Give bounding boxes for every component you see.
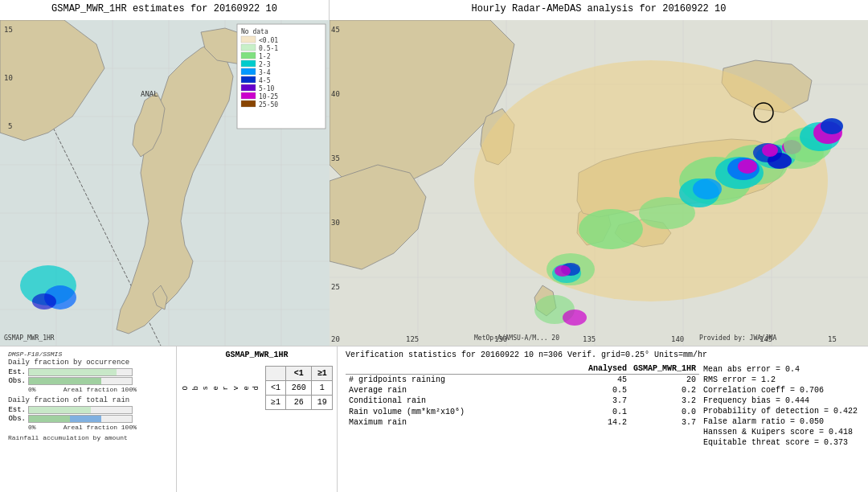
stats-val1-2: 3.7 [582, 396, 630, 406]
stats-val2-4: 3.7 [630, 417, 699, 428]
axis-left-1: 0% [28, 386, 36, 393]
svg-rect-37 [241, 68, 256, 75]
stats-row-2: Conditional rain 3.7 3.2 [346, 396, 699, 406]
cell-11: 260 [286, 381, 312, 396]
row2-label: ≥1 [265, 396, 286, 410]
stats-row-1: Average rain 0.5 0.2 [346, 385, 699, 396]
obs-track-1 [28, 377, 133, 385]
svg-text:10: 10 [4, 74, 13, 82]
table-row-2: ≥1 26 19 [265, 396, 332, 410]
svg-point-21 [32, 293, 56, 310]
svg-text:25: 25 [331, 283, 340, 291]
stat-6: Hanssen & Kuipers score = 0.418 [703, 428, 860, 437]
svg-text:25-50: 25-50 [259, 101, 278, 109]
left-map-panel: GSMAP_MWR_1HR estimates for 20160922 10 [0, 0, 330, 346]
stat-4: Probability of detection = 0.422 [703, 407, 860, 416]
histogram-rain: Daily fraction of total rain Est. Obs. 0… [8, 396, 172, 431]
table-row-1: <1 260 1 [265, 381, 332, 396]
svg-text:1-2: 1-2 [259, 53, 271, 60]
hist-sub-label: Rainfall accumulation by amount [8, 434, 172, 441]
contingency-panel: GSMAP_MWR_1HR Observed <1 ≥1 <1 260 1 [177, 346, 338, 492]
obs-fill-1 [29, 378, 101, 384]
svg-point-84 [762, 144, 778, 157]
stats-row-3: Rain volume (mm*km²x10⁶) 0.1 0.0 [346, 406, 699, 417]
svg-rect-33 [241, 52, 256, 59]
stats-col-header1: Analysed [582, 363, 630, 375]
row1-label: <1 [265, 381, 286, 396]
cell-22: 19 [312, 396, 333, 410]
axis-right-2: Areal fraction 100% [63, 424, 137, 431]
obs-label: Obs. [8, 377, 26, 385]
main-container: GSMAP_MWR_1HR estimates for 20160922 10 [0, 0, 868, 492]
svg-rect-31 [241, 44, 256, 51]
obs-fill-green [29, 416, 70, 422]
stats-header-row: Analysed GSMAP_MWR_1HR [346, 363, 699, 375]
source-label: DMSP-F18/SSMIS [8, 351, 172, 358]
stat-1: RMS error = 1.2 [703, 375, 860, 384]
header-empty [265, 367, 286, 381]
svg-text:4-5: 4-5 [259, 77, 271, 84]
svg-text:30: 30 [331, 219, 340, 227]
est-track-1 [28, 368, 133, 376]
svg-text:15: 15 [4, 26, 13, 34]
svg-text:40: 40 [331, 90, 340, 98]
svg-text:No data: No data [241, 28, 268, 35]
stats-val2-0: 20 [630, 375, 699, 385]
stats-val1-4: 14.2 [582, 417, 630, 428]
observed-side-label: Observed [181, 386, 262, 390]
svg-text:5-10: 5-10 [259, 85, 274, 92]
verification-table: Analysed GSMAP_MWR_1HR # gridpoints rain… [346, 363, 699, 428]
axis-right-1: Areal fraction 100% [63, 386, 137, 393]
stats-row-0: # gridpoints raining 45 20 [346, 375, 699, 385]
verification-title: Verification statistics for 20160922 10 … [346, 351, 860, 359]
stats-header-empty [346, 363, 582, 375]
stats-val2-3: 0.0 [630, 406, 699, 417]
svg-point-86 [555, 265, 571, 277]
stat-2: Correlation coeff = 0.706 [703, 386, 860, 395]
axis-label-1: 0% Areal fraction 100% [28, 386, 137, 393]
svg-text:45: 45 [331, 26, 340, 34]
left-map-area: 15 10 5 GSMAP_MWR_1HR ANAL No data <0.01 [0, 20, 330, 346]
svg-text:2-3: 2-3 [259, 61, 271, 68]
axis-left-2: 0% [28, 424, 36, 431]
svg-text:125: 125 [406, 335, 419, 343]
stats-val1-3: 0.1 [582, 406, 630, 417]
stat-7: Equitable threat score = 0.373 [703, 438, 860, 447]
svg-rect-43 [241, 92, 256, 99]
svg-point-91 [821, 118, 843, 134]
svg-text:5: 5 [8, 122, 12, 130]
svg-text:3-4: 3-4 [259, 69, 271, 76]
est-label-2: Est. [8, 406, 26, 414]
svg-point-87 [563, 310, 587, 326]
header-col2: ≥1 [312, 367, 333, 381]
svg-text:20: 20 [331, 335, 340, 343]
obs-bar-1: Obs. [8, 377, 172, 385]
svg-text:ANAL: ANAL [141, 90, 158, 98]
obs-label-2: Obs. [8, 415, 26, 423]
stats-label-2: Conditional rain [346, 396, 582, 406]
cell-21: 26 [286, 396, 312, 410]
stats-label-3: Rain volume (mm*km²x10⁶) [346, 406, 582, 417]
hist-title-2: Daily fraction of total rain [8, 396, 172, 404]
right-map-area: 45 40 35 30 25 20 125 130 135 140 145 15… [330, 20, 868, 346]
stat-5: False alarm ratio = 0.050 [703, 417, 860, 426]
est-bar-1: Est. [8, 368, 172, 376]
svg-text:135: 135 [583, 335, 596, 343]
stat-0: Mean abs error = 0.4 [703, 365, 860, 374]
svg-text:10-25: 10-25 [259, 93, 278, 100]
stats-col-header2: GSMAP_MWR_1HR [630, 363, 699, 375]
verification-panel: Verification statistics for 20160922 10 … [338, 346, 868, 492]
left-map-title: GSMAP_MWR_1HR estimates for 20160922 10 [0, 0, 329, 16]
svg-point-78 [693, 178, 722, 199]
stats-label-4: Maximum rain [346, 417, 582, 428]
stats-val2-1: 0.2 [630, 385, 699, 396]
svg-text:35: 35 [331, 154, 340, 162]
est-bar-2: Est. [8, 406, 172, 414]
est-label: Est. [8, 368, 26, 376]
svg-point-83 [738, 159, 757, 174]
stats-val1-1: 0.5 [582, 385, 630, 396]
stats-right: Mean abs error = 0.4 RMS error = 1.2 Cor… [699, 363, 860, 449]
stats-left: Analysed GSMAP_MWR_1HR # gridpoints rain… [346, 363, 699, 449]
table-wrapper: Observed <1 ≥1 <1 260 1 ≥1 26 [181, 366, 333, 410]
svg-text:15: 15 [828, 335, 837, 343]
